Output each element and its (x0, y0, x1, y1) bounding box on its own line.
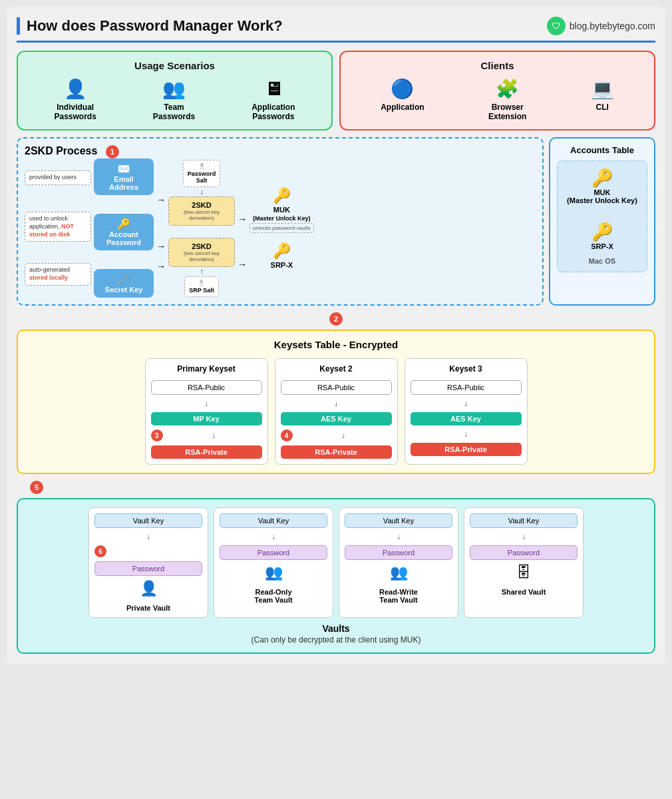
arrows-col: → → → (156, 185, 166, 272)
vaults-title: Vaults (26, 623, 646, 634)
accounts-table-box: Accounts Table 🔑 MUK(Master Unlock Key) … (549, 137, 655, 306)
srpx-label: SRP-X (271, 261, 293, 269)
browser-ext-label: BrowserExtension (488, 103, 526, 121)
derivations-salts-col: 🧂 PasswordSalt ↓ 2SKD (two-secret key de… (168, 160, 235, 297)
private-vault-label: Private Vault (126, 604, 170, 612)
accounts-muk-icon: 🔑 (591, 168, 613, 188)
keysets-title: Keysets Table - Encrypted (26, 339, 646, 350)
keyset3-rsa-public: RSA-Public (411, 380, 522, 395)
label-provided-by-users: provided by users (25, 170, 91, 185)
muk-label: MUK (273, 206, 290, 214)
top-row: Usage Scenarios 👤 IndividualPasswords 👥 … (17, 51, 655, 131)
email-icon: ✉️ (100, 162, 147, 175)
keysets-table-section: Keysets Table - Encrypted Primary Keyset… (17, 330, 655, 474)
primary-mp-key: MP Key (151, 412, 262, 425)
vault-private-col: Vault Key ↓ 6 Password 👤 Private Vault (88, 507, 208, 618)
browser-ext-icon: 🧩 (496, 78, 519, 100)
readwrite-vault-icon: 👥 (390, 564, 408, 581)
readonly-vault-label: Read-OnlyTeam Vault (254, 588, 292, 604)
application-label: ApplicationPasswords (252, 103, 295, 121)
usage-item-team: 👥 TeamPasswords (153, 78, 195, 121)
usage-item-individual: 👤 IndividualPasswords (54, 78, 96, 121)
step-6-circle: 6 (94, 545, 106, 557)
account-password-box: 🔑 Account Password (94, 214, 154, 250)
accounts-table-title: Accounts Table (557, 145, 647, 155)
accounts-srpx: 🔑 SRP-X (591, 222, 613, 250)
label-auto-generated: auto-generated stored locally (25, 263, 91, 285)
keyset2-title: Keyset 2 (281, 364, 392, 374)
keyset2-rsa-public: RSA-Public (281, 380, 392, 395)
vault-arrow-2: ↓ (271, 532, 275, 541)
salt-icon: 🧂 (198, 163, 206, 170)
arrow-down-1: ↓ (151, 399, 262, 408)
2skd-box-2: 2SKD (two-secret key derivation) (168, 238, 235, 267)
client-cli: 💻 CLI (591, 78, 614, 121)
vault-arrow-1: ↓ (146, 532, 150, 541)
skd-process-title: 2SKD Process 1 (25, 145, 536, 158)
individual-icon: 👤 (64, 78, 87, 100)
middle-section: 2SKD Process 1 provided by users used to… (17, 137, 655, 306)
logo-icon: 🛡 (547, 17, 566, 35)
app-icon: 🔵 (391, 78, 414, 100)
main-page: How does Password Manager Work? 🛡 blog.b… (7, 7, 665, 664)
keyset2-rsa-private: RSA-Private (281, 445, 392, 459)
cli-icon: 💻 (591, 78, 614, 100)
vaults-section: Vault Key ↓ 6 Password 👤 Private Vault V… (17, 498, 655, 654)
client-application: 🔵 Application (381, 78, 424, 121)
srp-salt-box: 🧂 SRP Salt (184, 276, 218, 297)
vault-readwrite-key: Vault Key (345, 513, 452, 528)
password-salt-label: PasswordSalt (188, 170, 216, 184)
vault-readonly-key: Vault Key (220, 513, 327, 528)
step5-container: 5 (17, 481, 655, 494)
private-vault-icon: 👤 (140, 580, 158, 597)
key-icon: 🔑 (100, 218, 147, 230)
skd-content: provided by users used to unlock applica… (25, 158, 536, 298)
cli-label: CLI (596, 103, 609, 112)
step4-row: 4 ↓ (281, 429, 392, 441)
primary-rsa-public: RSA-Public (151, 380, 262, 395)
primary-keyset-col: Primary Keyset RSA-Public ↓ MP Key 3 ↓ R… (145, 358, 268, 465)
vaults-row: Vault Key ↓ 6 Password 👤 Private Vault V… (26, 507, 646, 618)
step-5-circle: 5 (30, 481, 43, 494)
clients-items: 🔵 Application 🧩 BrowserExtension 💻 CLI (351, 78, 643, 121)
2skd-box-1: 2SKD (two-secret key derivation) (168, 196, 235, 226)
arrow-down-4: ↓ (411, 429, 522, 439)
team-label: TeamPasswords (153, 103, 195, 121)
step1-badge: 1 (106, 145, 119, 156)
srpx-output: 🔑 SRP-X (271, 242, 293, 269)
vault-readwrite-password: Password (345, 545, 452, 560)
keyset2-col: Keyset 2 RSA-Public ↓ AES Key 4 ↓ RSA-Pr… (275, 358, 398, 465)
vault-shared-col: Vault Key ↓ Password 🗄 Shared Vault (464, 507, 584, 618)
email-address-box: ✉️ Email Address (94, 158, 154, 195)
label-unlock-app: used to unlock application, NOT stored o… (25, 212, 91, 242)
usage-scenarios-items: 👤 IndividualPasswords 👥 TeamPasswords 🖥 … (29, 78, 321, 121)
right-arrows-col: → → (238, 187, 247, 270)
accounts-os-label: Mac OS (589, 257, 615, 265)
2skd-label-2: 2SKD (174, 242, 229, 250)
2skd-label-1: 2SKD (174, 201, 229, 209)
password-salt-box: 🧂 PasswordSalt (183, 160, 221, 187)
step-3-circle: 3 (151, 429, 163, 441)
readwrite-vault-label: Read-WriteTeam Vault (379, 588, 418, 604)
keyset3-aes-key: AES Key (411, 412, 522, 425)
shared-vault-label: Shared Vault (502, 588, 546, 596)
step6-row: 6 (94, 545, 202, 557)
step3-row: 3 ↓ (151, 429, 262, 441)
step-4-circle: 4 (281, 429, 293, 441)
shared-vault-icon: 🗄 (516, 564, 531, 581)
individual-label: IndividualPasswords (54, 103, 96, 121)
clients-title: Clients (351, 60, 643, 71)
usage-item-application: 🖥 ApplicationPasswords (252, 78, 295, 121)
keyset3-rsa-private: RSA-Private (411, 443, 522, 456)
vault-readonly-password: Password (220, 545, 327, 560)
usage-scenarios-title: Usage Scenarios (29, 60, 321, 71)
client-browser-extension: 🧩 BrowserExtension (488, 78, 526, 121)
vault-arrow-3: ↓ (397, 532, 401, 541)
vault-shared-key: Vault Key (470, 513, 578, 528)
primary-keyset-title: Primary Keyset (151, 364, 262, 374)
step2-container: 2 (17, 312, 655, 326)
skd-left-labels: provided by users used to unlock applica… (25, 170, 91, 285)
skd-outputs-col: 🔑 MUK (Master Unlock Key) unlocks passwo… (250, 187, 314, 269)
muk-output: 🔑 MUK (Master Unlock Key) unlocks passwo… (250, 187, 314, 233)
2skd-sub-2: (two-secret key derivation) (174, 250, 229, 262)
